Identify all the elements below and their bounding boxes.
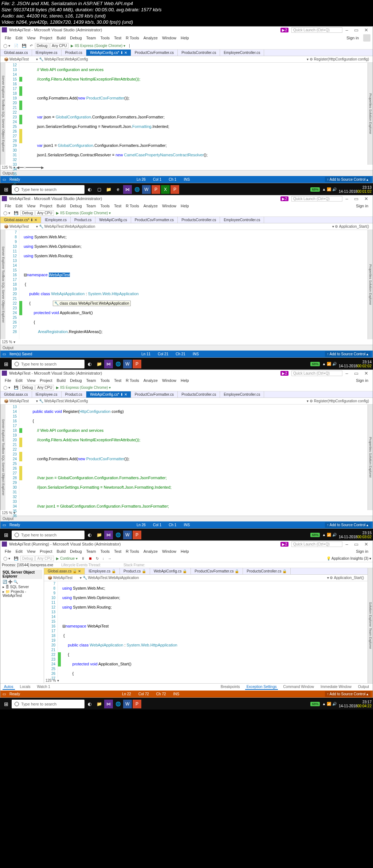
platform-dropdown[interactable]: Any CPU: [50, 43, 68, 48]
menu-edit[interactable]: Edit: [13, 35, 25, 41]
vs-window-3: WebApiTest - Microsoft Visual Studio (Ad…: [0, 370, 373, 529]
intellisense-tooltip: 🔧 class class WebApiTest.WebApiApplicati…: [53, 301, 131, 306]
menu-view[interactable]: View: [25, 35, 38, 41]
bc-class[interactable]: ▾ 🔧 WebApiTest.WebApiConfig: [34, 57, 90, 62]
new-button[interactable]: 📄: [12, 43, 20, 48]
nav-breadcrumb: 📦 WebApiTest ▾ 🔧 WebApiTest.WebApiConfig…: [0, 56, 373, 63]
menu-debug[interactable]: Debug: [68, 35, 84, 41]
process-label[interactable]: Process: [16544] iisexpress.exe: [2, 563, 53, 567]
explorer-icon[interactable]: 📁: [104, 185, 113, 194]
config-dropdown[interactable]: Debug: [35, 43, 49, 48]
stop-button[interactable]: ⏹: [87, 556, 94, 561]
powerpoint-icon[interactable]: P: [152, 185, 160, 194]
menu-tools[interactable]: Tools: [98, 35, 112, 41]
output-tab[interactable]: Output: [357, 684, 370, 690]
zoom-control[interactable]: 125 % ▾ ◀━━○━━━━━━━▶: [0, 165, 373, 170]
word-icon[interactable]: W: [142, 185, 151, 194]
vs-logo-icon: [2, 27, 7, 32]
tab-webapiconfig[interactable]: WebApiConfig.cs* ⬇ ✕: [86, 50, 131, 56]
immediate-tab[interactable]: Immediate Window: [319, 684, 353, 690]
bc-method[interactable]: ▾ ⚙ Register(HttpConfiguration config): [305, 57, 371, 62]
sql-toolbar[interactable]: 🔄 ➕ 🔍: [2, 579, 42, 584]
user-avatar-icon[interactable]: [363, 34, 370, 42]
windows-taskbar: ⊞ Type here to search ◐ ▢ 📁 e ⋈ 🌐 W P X …: [0, 184, 373, 195]
quick-launch-input[interactable]: Quick Launch (Ctrl+Q): [291, 27, 342, 33]
pause-button[interactable]: ⏸: [80, 556, 86, 561]
vs-window-1: WebApiTest - Microsoft Visual Studio (Ad…: [0, 26, 373, 183]
watch-tab[interactable]: Watch 1: [35, 684, 51, 690]
status-ins: INS: [180, 177, 193, 181]
chrome-icon[interactable]: 🌐: [133, 185, 141, 194]
add-source-control[interactable]: ↑ Add to Source Control ▴: [325, 177, 370, 182]
tray-icons[interactable]: ▲ 📶 🔊: [322, 187, 336, 191]
tab-pcontroller[interactable]: ProductsController.cs: [178, 50, 220, 56]
output-panel[interactable]: Output: [0, 170, 373, 176]
status-icon: ▭: [3, 177, 6, 181]
vs-window-4-debug: WebApiTest (Running) - Microsoft Visual …: [0, 540, 373, 698]
sql-explorer-panel: SQL Server Object Explorer 🔄 ➕ 🔍 ▸ 🗄 SQL…: [0, 568, 44, 683]
sign-in-link[interactable]: Sign in: [344, 35, 361, 41]
run-button[interactable]: ▶ IIS Express (Google Chrome) ▾: [69, 43, 127, 48]
toolbar-sep: |: [127, 43, 131, 48]
sql-server-node[interactable]: ▸ 🗄 SQL Server: [2, 584, 42, 589]
menu-window[interactable]: Window: [160, 35, 178, 41]
code-editor-2[interactable]: using System.Web.Mvc; using System.Web.O…: [22, 230, 368, 339]
right-panel-solution[interactable]: Properties Solution Explorer: [368, 63, 373, 165]
maximize-button[interactable]: ▭: [351, 27, 361, 33]
start-button[interactable]: ⊞: [1, 185, 11, 194]
taskview-icon[interactable]: ▢: [95, 185, 103, 194]
code-editor-4[interactable]: using System.Web.Mvc; using System.Web.O…: [61, 581, 368, 678]
code-editor[interactable]: // Web API configuration and services //…: [22, 63, 368, 165]
tab-econtroller[interactable]: EmployeeController.cs: [220, 50, 264, 56]
menu-project[interactable]: Project: [38, 35, 54, 41]
tab-product[interactable]: Product.cs: [62, 50, 86, 56]
command-tab[interactable]: Command Window: [282, 684, 315, 690]
window-title: WebApiTest - Microsoft Visual Studio (Ad…: [9, 28, 102, 32]
edge-icon[interactable]: e: [114, 185, 122, 194]
document-tabs: Global.asax.cs IEmployee.cs Product.cs W…: [0, 50, 373, 56]
menu-rtools[interactable]: R Tools: [123, 35, 141, 41]
menu-team[interactable]: Team: [84, 35, 98, 41]
nav-back-button[interactable]: ◯ ▾: [2, 43, 12, 48]
bc-project[interactable]: 📦 WebApiTest: [2, 57, 31, 62]
menu-test[interactable]: Test: [112, 35, 123, 41]
status-col: Col 1: [149, 177, 165, 181]
clock[interactable]: 23:1314-11-201800:01:02: [339, 185, 372, 193]
main-toolbar: ◯ ▾ 📄 💾 ↶ Debug Any CPU ▶ IIS Express (G…: [0, 42, 373, 50]
breakpoints-tab[interactable]: Breakpoints: [219, 684, 242, 690]
tab-iemployee[interactable]: IEmployee.cs: [32, 50, 62, 56]
continue-button[interactable]: ▶ Continue ▾: [55, 556, 79, 561]
change-margin: [19, 63, 22, 165]
tab-global[interactable]: Global.asax.cs: [0, 50, 32, 56]
status-bar-debug: ▭Ready Ln 22Col 72Ch 72INS ↑ Add to Sour…: [0, 691, 373, 697]
vs-taskbar-icon[interactable]: ⋈: [123, 185, 132, 194]
taskbar-search[interactable]: Type here to search: [12, 185, 85, 194]
menu-analyze[interactable]: Analyze: [141, 35, 160, 41]
status-ch: Ch 1: [165, 177, 180, 181]
sql-projects-node[interactable]: ▸ 📁 Projects - WebApiTest: [2, 589, 42, 598]
system-tray: 68% ▲ 📶 🔊 23:1314-11-201800:01:02: [310, 185, 372, 193]
menu-file[interactable]: File: [3, 35, 13, 41]
app-insights[interactable]: 💡 Application Insights (3) ▾: [326, 556, 371, 560]
tab-global-active[interactable]: Global.asax.cs* ⬇ ✕: [0, 217, 41, 223]
code-editor-3[interactable]: public static void Register(HttpConfigur…: [22, 404, 368, 510]
vs-window-2: WebApiTest - Microsoft Visual Studio (Ad…: [0, 195, 373, 358]
menu-help[interactable]: Help: [178, 35, 191, 41]
status-bar: ▭ Ready Ln 26 Col 1 Ch 1 INS ↑ Add to So…: [0, 176, 373, 183]
tab-pcsv[interactable]: ProductCsvFormatter.cs: [131, 50, 178, 56]
pp2-icon[interactable]: P: [170, 185, 179, 194]
excel-icon[interactable]: X: [161, 185, 170, 194]
status-line: Ln 26: [133, 177, 149, 181]
notification-badge[interactable]: ▶2: [280, 28, 288, 32]
undo-button[interactable]: ↶: [28, 43, 34, 48]
cortana-icon[interactable]: ◐: [85, 185, 94, 194]
exception-tab[interactable]: Exception Settings: [245, 684, 278, 690]
menu-build[interactable]: Build: [55, 35, 68, 41]
minimize-button[interactable]: ‒: [342, 27, 351, 33]
left-panel-server[interactable]: Server Explorer Toolbox SQL Server Objec…: [0, 63, 5, 165]
autos-tab[interactable]: Autos: [3, 684, 15, 690]
battery-indicator[interactable]: 68%: [310, 187, 320, 192]
save-button[interactable]: 💾: [20, 43, 28, 48]
locals-tab[interactable]: Locals: [19, 684, 32, 690]
close-button[interactable]: ✕: [361, 27, 371, 33]
